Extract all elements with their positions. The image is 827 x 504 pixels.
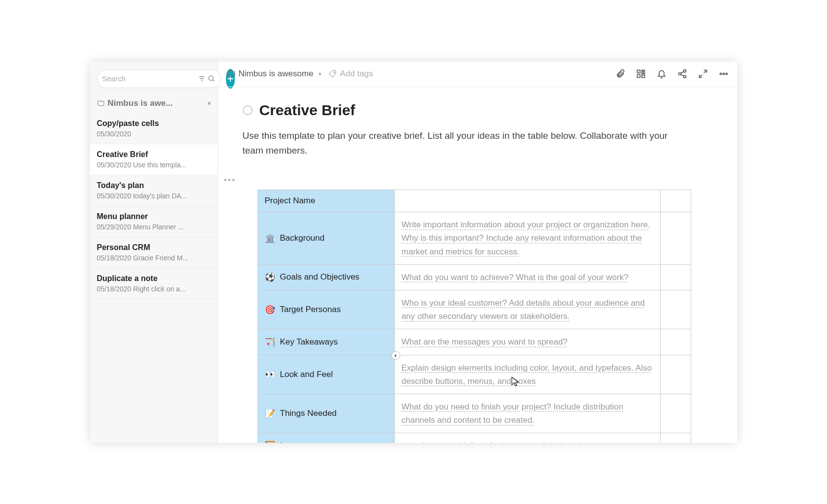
bell-icon[interactable] [657, 69, 667, 79]
row-label-cell[interactable]: 🖼️Images [257, 433, 394, 443]
row-extra-cell[interactable] [660, 290, 691, 329]
row-content-cell[interactable] [394, 190, 660, 212]
add-tags-label: Add tags [340, 69, 373, 79]
row-content-cell[interactable]: What do you want to achieve? What is the… [394, 264, 660, 290]
table-row[interactable]: 🏹Key TakeawaysWhat are the messages you … [257, 329, 691, 355]
title-row: Creative Brief [243, 102, 713, 119]
header-actions [615, 69, 729, 79]
note-title: Personal CRM [97, 243, 211, 252]
row-content-cell[interactable]: What are the messages you want to spread… [394, 329, 660, 355]
row-content-cell[interactable]: Explain design elements including color,… [394, 355, 660, 394]
note-item[interactable]: Copy/paste cells 05/30/2020 [90, 113, 218, 144]
svg-point-14 [678, 73, 681, 75]
share-icon[interactable] [677, 69, 687, 79]
row-label-cell[interactable]: 🏹Key Takeaways [257, 329, 394, 355]
add-tags[interactable]: Add tags [328, 69, 373, 79]
row-content-cell[interactable]: Write important information about your p… [394, 212, 660, 265]
table-wrap: Project Name🏛️BackgroundWrite important … [257, 189, 713, 442]
note-title: Duplicate a note [97, 274, 211, 283]
svg-point-13 [683, 70, 686, 72]
note-list: Copy/paste cells 05/30/2020 Creative Bri… [90, 113, 218, 299]
table-row[interactable]: 🎯Target PersonasWho is your ideal custom… [257, 290, 691, 329]
svg-line-4 [213, 80, 214, 81]
row-content-cell[interactable]: Who is your ideal customer? Add details … [394, 290, 660, 329]
note-title: Today's plan [97, 181, 211, 190]
row-label: Project Name [265, 196, 316, 206]
filter-icon[interactable] [198, 75, 206, 83]
row-extra-cell[interactable] [660, 394, 691, 433]
row-extra-cell[interactable] [660, 190, 691, 212]
svg-line-16 [681, 71, 684, 73]
check-circle[interactable] [243, 105, 253, 115]
row-label-cell[interactable]: 🎯Target Personas [257, 290, 394, 329]
row-extra-cell[interactable] [660, 329, 691, 355]
row-extra-cell[interactable] [660, 433, 691, 443]
row-extra-cell[interactable] [660, 264, 691, 290]
row-icon: 👀 [265, 369, 275, 379]
row-content-cell[interactable]: What do you need to finish your project?… [394, 394, 660, 433]
sidebar-folder-label: Nimbus is awe... [108, 98, 173, 108]
expand-icon[interactable] [698, 69, 708, 79]
note-item[interactable]: Personal CRM 05/18/2020 Gracie Friend M.… [90, 237, 218, 268]
more-icon[interactable] [719, 69, 729, 79]
search-box[interactable] [97, 69, 221, 88]
table-row[interactable]: ⚽Goals and ObjectivesWhat do you want to… [257, 264, 691, 290]
note-item[interactable]: Duplicate a note 05/18/2020 Right click … [90, 268, 218, 299]
row-content-cell[interactable]: Include your guidelines for images and d… [394, 433, 660, 443]
row-icon: 🖼️ [265, 441, 275, 442]
breadcrumb-text: Nimbus is awesome [239, 69, 314, 79]
chevron-down-icon[interactable]: ▾ [391, 351, 400, 360]
row-label: Background [280, 233, 325, 243]
svg-rect-10 [641, 73, 644, 74]
svg-line-18 [703, 70, 706, 73]
note-meta: 05/30/2020 [97, 130, 211, 138]
sidebar: Nimbus is awe... ▾ Copy/paste cells 05/3… [90, 62, 218, 443]
row-label-cell[interactable]: 👀Look and Feel [257, 355, 394, 394]
folder-icon [97, 99, 105, 107]
svg-point-7 [333, 72, 334, 73]
page-title: Creative Brief [259, 102, 355, 119]
row-label-cell[interactable]: 🏛️Background [257, 212, 394, 265]
row-label-cell[interactable]: 📝Things Needed [257, 394, 394, 433]
tag-icon [328, 69, 337, 78]
svg-rect-8 [637, 70, 640, 73]
row-icon: ⚽ [265, 272, 275, 283]
table-row[interactable]: Project Name [257, 190, 691, 212]
drag-handle-icon[interactable]: ••• [224, 175, 713, 186]
svg-point-15 [683, 75, 686, 78]
sidebar-folder-header[interactable]: Nimbus is awe... ▾ [90, 94, 218, 113]
search-input[interactable] [102, 74, 196, 83]
note-title: Copy/paste cells [97, 119, 211, 128]
search-icon[interactable] [208, 75, 216, 83]
row-label-cell[interactable]: Project Name [257, 190, 394, 212]
svg-point-22 [726, 73, 727, 74]
note-meta: 05/30/2020 today's plan DA... [97, 192, 211, 200]
svg-line-19 [699, 75, 702, 78]
note-title: Creative Brief [97, 150, 211, 159]
row-icon: 📝 [265, 409, 275, 419]
row-label: Target Personas [280, 305, 341, 315]
row-extra-cell[interactable] [660, 355, 691, 394]
svg-rect-12 [641, 75, 644, 78]
brief-table: Project Name🏛️BackgroundWrite important … [257, 189, 691, 442]
content: Creative Brief Use this template to plan… [218, 87, 737, 443]
row-label: Things Needed [280, 409, 337, 418]
row-label: Key Takeaways [280, 337, 338, 347]
row-label: Images [280, 441, 308, 443]
table-row[interactable]: 📝Things NeededWhat do you need to finish… [257, 394, 691, 433]
row-label: Look and Feel [280, 370, 333, 379]
table-row[interactable]: 🖼️ImagesInclude your guidelines for imag… [257, 433, 691, 443]
note-item[interactable]: Creative Brief 05/30/2020 Use this templ… [90, 144, 218, 175]
table-row[interactable]: 👀Look and FeelExplain design elements in… [257, 355, 691, 394]
svg-point-3 [209, 76, 213, 80]
attachment-icon[interactable] [615, 69, 625, 79]
svg-rect-11 [637, 75, 640, 78]
svg-rect-9 [641, 70, 644, 72]
breadcrumb[interactable]: Nimbus is awesome ▾ [227, 69, 321, 79]
note-item[interactable]: Menu planner 05/29/2020 Menu Planner ... [90, 206, 218, 237]
table-row[interactable]: 🏛️BackgroundWrite important information … [257, 212, 691, 265]
row-extra-cell[interactable] [660, 212, 691, 265]
blocks-icon[interactable] [636, 69, 646, 79]
note-item[interactable]: Today's plan 05/30/2020 today's plan DA.… [90, 175, 218, 206]
row-label-cell[interactable]: ⚽Goals and Objectives [257, 264, 394, 290]
